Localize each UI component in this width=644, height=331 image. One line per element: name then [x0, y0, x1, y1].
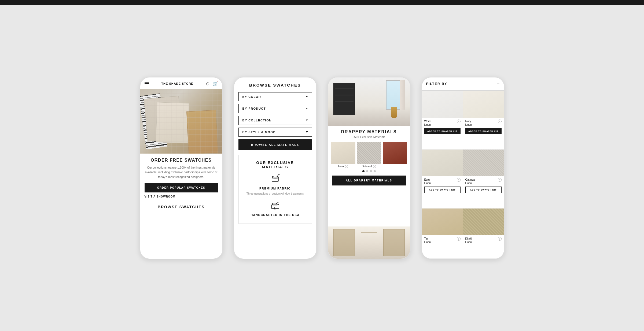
- plus-icon[interactable]: +: [497, 81, 500, 87]
- ecru-swatch-image: [331, 142, 355, 164]
- phone1-body: ORDER FREE SWATCHES Our collections feat…: [140, 154, 222, 259]
- swatch-rust-card: [383, 142, 407, 168]
- location-icon[interactable]: ⊙: [206, 81, 209, 86]
- chevron-down-icon: [306, 131, 308, 133]
- ecru-swatch-label: Ecru i: [331, 165, 355, 168]
- exclusive-title: OUR EXCLUSIVEMATERIALS: [242, 161, 308, 169]
- tan-linen-info-button[interactable]: i: [457, 237, 461, 241]
- premium-fabric-title: PREMIUM FABRIC: [242, 187, 308, 190]
- filter-by-color[interactable]: BY COLOR: [238, 92, 312, 101]
- phones-container: THE SHADE STORE ⊙ 🛒 ORDER FREE SWATCHES …: [124, 69, 521, 267]
- ivory-linen-name: IvoryLinen: [465, 120, 472, 127]
- oatmeal-linen-name: OatmealLinen: [465, 178, 476, 185]
- phone-2: BROWSE SWATCHES BY COLOR BY PRODUCT BY C…: [234, 77, 317, 259]
- filter-by-style-mood[interactable]: BY STYLE & MOOD: [238, 128, 312, 137]
- hamburger-menu-icon[interactable]: [145, 82, 149, 85]
- phone3-body: DRAPERY MATERIALS 650+ Exclusive Materia…: [328, 126, 410, 226]
- phone-3: DRAPERY MATERIALS 650+ Exclusive Materia…: [327, 77, 411, 259]
- dot-4[interactable]: [374, 170, 376, 172]
- ecru-linen-swatch-button[interactable]: ADD TO SWATCH KIT: [424, 187, 461, 193]
- brand-logo: THE SHADE STORE: [161, 82, 193, 85]
- sewing-machine-icon: [270, 200, 281, 211]
- oatmeal-linen-cell: OatmealLinen i ADD TO SWATCH KIT: [463, 149, 504, 208]
- tan-linen-cell: TanLinen i: [422, 208, 463, 258]
- oatmeal-linen-swatch-button[interactable]: ADD TO SWATCH KIT: [465, 187, 502, 193]
- filter-collection-label: BY COLLECTION: [242, 119, 272, 122]
- ecru-linen-meta: EcruLinen i: [422, 176, 463, 187]
- white-linen-meta: WhiteLinen i: [422, 118, 463, 128]
- svg-point-4: [278, 174, 279, 175]
- swatches-grid: WhiteLinen i ADDED TO SWATCH KIT IvoryLi…: [422, 91, 504, 259]
- white-linen-swatch-button[interactable]: ADDED TO SWATCH KIT: [424, 128, 461, 134]
- khaki-linen-meta: KhakiLinen i: [463, 235, 504, 246]
- oatmeal-info-icon[interactable]: i: [373, 165, 376, 168]
- order-popular-swatches-button[interactable]: ORDER POPULAR SWATCHES: [145, 183, 218, 192]
- curtain-decor: [400, 80, 405, 110]
- filter-color-label: BY COLOR: [242, 95, 261, 98]
- oatmeal-linen-info-button[interactable]: i: [498, 178, 502, 182]
- premium-fabric-desc: Three generations of custom window treat…: [242, 192, 308, 196]
- drapery-subtitle: 650+ Exclusive Materials: [332, 135, 406, 139]
- hero-image: [140, 89, 222, 154]
- svg-point-6: [277, 203, 279, 205]
- swatch-oatmeal-card: Oatmeal i: [357, 142, 381, 168]
- dot-2[interactable]: [366, 170, 368, 172]
- bookshelf-decor: [333, 83, 355, 115]
- browse-swatches-title: BROWSE SWATCHES: [238, 83, 312, 87]
- handcrafted-title: HANDCRAFTED IN THE USA: [242, 213, 308, 217]
- cart-icon[interactable]: 🛒: [213, 81, 218, 86]
- exclusive-materials-section: OUR EXCLUSIVEMATERIALS PREMIUM FABRIC Th…: [238, 155, 312, 224]
- drapery-title: DRAPERY MATERIALS: [332, 129, 406, 134]
- carousel-dots: [332, 170, 406, 172]
- svg-line-3: [277, 175, 278, 176]
- white-linen-info-button[interactable]: i: [457, 120, 461, 123]
- chevron-down-icon: [306, 108, 308, 109]
- order-free-title: ORDER FREE SWATCHES: [145, 158, 218, 163]
- oatmeal-linen-meta: OatmealLinen i: [463, 176, 504, 187]
- tan-linen-meta: TanLinen i: [422, 235, 463, 246]
- visit-showroom-button[interactable]: VISIT A SHOWROOM: [145, 195, 175, 198]
- ecru-linen-name: EcruLinen: [424, 178, 431, 185]
- ecru-info-icon[interactable]: i: [345, 165, 348, 168]
- drapery-hero-image: [328, 77, 410, 126]
- khaki-linen-info-button[interactable]: i: [498, 237, 502, 241]
- browse-all-materials-button[interactable]: BROWSE ALL MATERIALS: [238, 139, 312, 150]
- filter-by-product[interactable]: BY PRODUCT: [238, 104, 312, 113]
- bottom-room-scene: [328, 226, 410, 259]
- ivory-linen-thumbnail: [463, 91, 504, 118]
- oatmeal-swatch-label: Oatmeal i: [357, 165, 381, 168]
- phone1-header: THE SHADE STORE ⊙ 🛒: [140, 77, 222, 89]
- filter-style-label: BY STYLE & MOOD: [242, 131, 276, 134]
- swatch-ecru-card: Ecru i: [331, 142, 355, 168]
- svg-rect-5: [271, 205, 279, 209]
- fabric-roll-icon: [270, 173, 281, 184]
- chevron-down-icon: [306, 96, 308, 97]
- header-icons: ⊙ 🛒: [206, 81, 218, 86]
- ivory-linen-info-button[interactable]: i: [498, 120, 502, 123]
- ceiling-fan: [361, 232, 377, 233]
- ecru-linen-thumbnail: [422, 150, 463, 176]
- white-linen-name: WhiteLinen: [424, 120, 431, 127]
- ivory-linen-swatch-button[interactable]: ADDED TO SWATCH KIT: [465, 128, 502, 134]
- blind-decor-right: [383, 229, 405, 256]
- filter-by-collection[interactable]: BY COLLECTION: [238, 116, 312, 125]
- ecru-linen-cell: EcruLinen i ADD TO SWATCH KIT: [422, 149, 463, 208]
- khaki-linen-name: KhakiLinen: [465, 237, 472, 244]
- filter-product-label: BY PRODUCT: [242, 107, 266, 110]
- ecru-linen-info-button[interactable]: i: [457, 178, 461, 182]
- vase-decor: [391, 107, 397, 118]
- all-drapery-materials-button[interactable]: ALL DRAPERY MATERIALS: [332, 176, 406, 185]
- oatmeal-swatch-image: [357, 142, 381, 164]
- dot-3[interactable]: [370, 170, 372, 172]
- dot-1[interactable]: [362, 170, 365, 172]
- khaki-linen-thumbnail: [463, 209, 504, 235]
- oatmeal-linen-thumbnail: [463, 150, 504, 176]
- top-bar: [0, 0, 644, 5]
- chevron-down-icon: [306, 120, 308, 121]
- white-linen-thumbnail: [422, 91, 463, 118]
- blind-decor-left: [333, 229, 355, 256]
- rust-swatch-image: [383, 142, 407, 164]
- tan-linen-thumbnail: [422, 209, 463, 235]
- browse-swatches-label: BROWSE SWATCHES: [145, 202, 218, 209]
- khaki-linen-cell: KhakiLinen i: [463, 208, 504, 258]
